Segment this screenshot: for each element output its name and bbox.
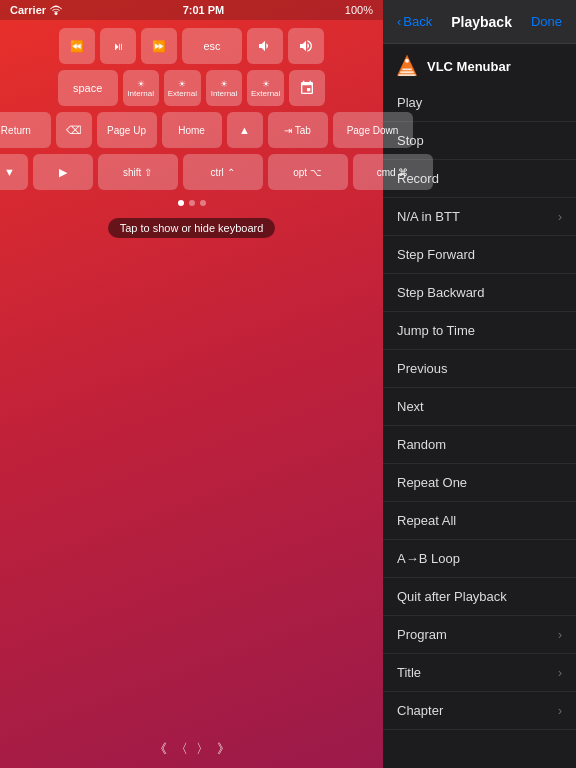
nav-prev[interactable]: 〈: [175, 740, 188, 758]
menu-item-label: Quit after Playback: [397, 589, 507, 604]
menu-item-next[interactable]: Next: [383, 388, 576, 426]
panel-title: Playback: [451, 14, 512, 30]
nav-next-next[interactable]: 》: [217, 740, 230, 758]
menu-item-label: Repeat One: [397, 475, 467, 490]
key-row-3: ↩ Return ⌫ Page Up Home ▲ ⇥ Tab Page Dow…: [6, 112, 377, 148]
dot-1: [178, 200, 184, 206]
menu-section-header: VLC Menubar: [383, 44, 576, 84]
menu-list: VLC Menubar PlayStopRecordN/A in BTT›Ste…: [383, 44, 576, 768]
key-row-4: ◀ ▼ ▶ shift ⇧ ctrl ⌃ opt ⌥ cmd ⌘: [6, 154, 377, 190]
back-label: Back: [403, 14, 432, 29]
svg-rect-3: [402, 68, 412, 70]
status-right: 100%: [345, 4, 373, 16]
menu-item-label: Program: [397, 627, 447, 642]
menu-item-label: Play: [397, 95, 422, 110]
menu-item-na-in-btt[interactable]: N/A in BTT›: [383, 198, 576, 236]
menu-item-step-backward[interactable]: Step Backward: [383, 274, 576, 312]
wifi-icon: [50, 5, 62, 15]
key-delete[interactable]: ⌫: [56, 112, 92, 148]
chevron-right-icon: ›: [558, 210, 562, 224]
key-page-up[interactable]: Page Up: [97, 112, 157, 148]
svg-rect-5: [398, 74, 415, 76]
nav-prev-prev[interactable]: 《: [154, 740, 167, 758]
carrier-text: Carrier: [10, 4, 46, 16]
menu-item-label: Title: [397, 665, 421, 680]
key-ctrl[interactable]: ctrl ⌃: [183, 154, 263, 190]
menu-item-label: A→B Loop: [397, 551, 460, 566]
menu-item-label: Previous: [397, 361, 448, 376]
chevron-right-icon: ›: [558, 666, 562, 680]
menu-item-program[interactable]: Program›: [383, 616, 576, 654]
done-button[interactable]: Done: [531, 14, 562, 29]
menu-item-repeat-all[interactable]: Repeat All: [383, 502, 576, 540]
chevron-right-icon: ›: [558, 704, 562, 718]
key-brightness-1[interactable]: ☀Internal: [123, 70, 159, 106]
key-rewind[interactable]: ⏪: [59, 28, 95, 64]
key-down[interactable]: ▼: [0, 154, 28, 190]
right-header: ‹ Back Playback Done: [383, 0, 576, 44]
key-return[interactable]: ↩ Return: [0, 112, 51, 148]
key-esc[interactable]: esc: [182, 28, 242, 64]
menu-item-title[interactable]: Title›: [383, 654, 576, 692]
menu-item-quit-after-playback[interactable]: Quit after Playback: [383, 578, 576, 616]
key-mute[interactable]: [247, 28, 283, 64]
svg-rect-4: [400, 71, 413, 73]
menu-section-title: VLC Menubar: [427, 59, 511, 74]
menu-item-label: Step Backward: [397, 285, 484, 300]
key-play[interactable]: ▶: [33, 154, 93, 190]
menu-item-ab-loop[interactable]: A→B Loop: [383, 540, 576, 578]
key-page-down[interactable]: Page Down: [333, 112, 413, 148]
vlc-cone-icon: [395, 54, 419, 78]
key-space[interactable]: space: [58, 70, 118, 106]
key-wave[interactable]: [289, 70, 325, 106]
key-home[interactable]: Home: [162, 112, 222, 148]
menu-item-repeat-one[interactable]: Repeat One: [383, 464, 576, 502]
key-cmd[interactable]: cmd ⌘: [353, 154, 433, 190]
key-brightness-2[interactable]: ☀External: [164, 70, 201, 106]
menu-item-jump-to-time[interactable]: Jump to Time: [383, 312, 576, 350]
key-brightness-3[interactable]: ☀Internal: [206, 70, 242, 106]
key-volume-up[interactable]: [288, 28, 324, 64]
menu-item-label: Repeat All: [397, 513, 456, 528]
key-row-2: space ☀Internal ☀External ☀Internal ☀Ext…: [6, 70, 377, 106]
menu-item-label: Random: [397, 437, 446, 452]
menu-item-previous[interactable]: Previous: [383, 350, 576, 388]
dot-3: [200, 200, 206, 206]
bottom-nav: 《 〈 〉 》: [154, 730, 230, 768]
key-play-pause[interactable]: ⏯: [100, 28, 136, 64]
menu-item-random[interactable]: Random: [383, 426, 576, 464]
keyboard-area: ⏪ ⏯ ⏩ esc space ☀Internal ☀External ☀Int…: [0, 20, 383, 730]
keyboard-panel: Carrier 7:01 PM 100% ⏪ ⏯ ⏩ esc: [0, 0, 383, 768]
menu-item-label: N/A in BTT: [397, 209, 460, 224]
svg-point-0: [55, 12, 58, 15]
nav-next[interactable]: 〉: [196, 740, 209, 758]
status-time: 7:01 PM: [183, 4, 225, 16]
menu-item-label: Next: [397, 399, 424, 414]
key-fast-forward[interactable]: ⏩: [141, 28, 177, 64]
status-bar: Carrier 7:01 PM 100%: [0, 0, 383, 20]
chevron-right-icon: ›: [558, 628, 562, 642]
key-opt[interactable]: opt ⌥: [268, 154, 348, 190]
svg-point-6: [405, 59, 409, 63]
status-left: Carrier: [10, 4, 62, 16]
battery-text: 100%: [345, 4, 373, 16]
menu-item-label: Jump to Time: [397, 323, 475, 338]
key-brightness-4[interactable]: ☀External: [247, 70, 284, 106]
key-row-1: ⏪ ⏯ ⏩ esc: [6, 28, 377, 64]
keyboard-hint: Tap to show or hide keyboard: [108, 218, 276, 238]
menu-item-label: Step Forward: [397, 247, 475, 262]
menu-item-label: Chapter: [397, 703, 443, 718]
key-up[interactable]: ▲: [227, 112, 263, 148]
menu-item-step-forward[interactable]: Step Forward: [383, 236, 576, 274]
dot-2: [189, 200, 195, 206]
back-chevron: ‹: [397, 14, 401, 29]
key-tab[interactable]: ⇥ Tab: [268, 112, 328, 148]
back-button[interactable]: ‹ Back: [397, 14, 432, 29]
pagination-dots: [178, 200, 206, 206]
key-shift[interactable]: shift ⇧: [98, 154, 178, 190]
menu-item-chapter[interactable]: Chapter›: [383, 692, 576, 730]
